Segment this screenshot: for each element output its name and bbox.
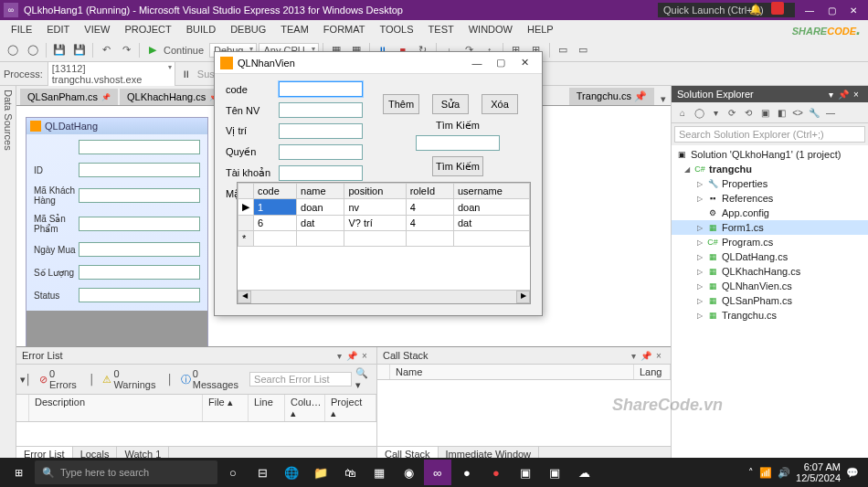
col-description[interactable]: Description bbox=[29, 395, 203, 421]
menu-edit[interactable]: EDIT bbox=[39, 22, 77, 37]
errors-filter[interactable]: ⊘0 Errors bbox=[36, 367, 86, 391]
btn-xoa[interactable]: Xóa bbox=[482, 94, 518, 114]
saveall-button[interactable]: 💾 bbox=[70, 41, 89, 59]
back-icon[interactable]: ◯ bbox=[692, 105, 706, 120]
menu-build[interactable]: BUILD bbox=[179, 22, 223, 37]
input-tennv[interactable] bbox=[279, 102, 363, 118]
errorlist-search[interactable]: Search Error List bbox=[249, 372, 352, 386]
vs-taskbar-icon[interactable]: ∞ bbox=[424, 460, 451, 485]
col-username[interactable]: username bbox=[453, 184, 529, 199]
chrome-icon[interactable]: ◉ bbox=[395, 460, 422, 485]
col-code[interactable]: code bbox=[254, 184, 297, 199]
grid-row[interactable]: ▶ 1 doan nv 4 doan bbox=[238, 199, 530, 216]
process-combo[interactable]: [13112] trangchu.vshost.exe bbox=[48, 61, 175, 87]
messages-filter[interactable]: ⓘ0 Messages bbox=[177, 367, 246, 391]
app-icon6[interactable]: ☁ bbox=[570, 460, 598, 485]
col-column[interactable]: Colu… ▴ bbox=[285, 395, 325, 421]
tab-qlkhachhang[interactable]: QLKhachHang.cs📌 bbox=[120, 89, 226, 105]
minimize-button[interactable]: — bbox=[799, 2, 820, 18]
col-file[interactable]: File ▴ bbox=[203, 395, 249, 421]
data-grid[interactable]: code name position roleId username ▶ 1 d… bbox=[237, 182, 531, 304]
input-masp[interactable] bbox=[79, 217, 200, 231]
continue-icon[interactable]: ▶ bbox=[143, 41, 162, 59]
menu-view[interactable]: VIEW bbox=[77, 22, 117, 37]
redo-button[interactable]: ↷ bbox=[117, 41, 135, 59]
menu-file[interactable]: FILE bbox=[4, 22, 39, 37]
warnings-filter[interactable]: ⚠0 Warnings bbox=[99, 367, 164, 391]
app-icon[interactable]: ▦ bbox=[365, 460, 393, 485]
refresh-icon[interactable]: ⟲ bbox=[741, 105, 756, 120]
menu-window[interactable]: WINDOW bbox=[461, 22, 520, 37]
menu-tools[interactable]: TOOLS bbox=[372, 22, 420, 37]
col-name[interactable]: Name bbox=[390, 365, 634, 379]
search-dropdown-icon[interactable]: 🔍▾ bbox=[355, 367, 373, 391]
node-appconfig[interactable]: App.config bbox=[722, 207, 769, 218]
sln-search-input[interactable]: Search Solution Explorer (Ctrl+;) bbox=[674, 126, 865, 143]
solution-tree[interactable]: ▣Solution 'QLkhoHang1' (1 project) ◢C#tr… bbox=[672, 145, 868, 461]
menu-debug[interactable]: DEBUG bbox=[223, 22, 273, 37]
app-icon3[interactable]: ● bbox=[482, 460, 510, 485]
tray-network-icon[interactable]: 📶 bbox=[759, 467, 772, 479]
btn-icon[interactable]: — bbox=[823, 105, 838, 120]
input-quyen[interactable] bbox=[279, 144, 363, 160]
suspend-icon[interactable]: ⏸ bbox=[177, 65, 196, 83]
dialog-minimize[interactable]: — bbox=[465, 55, 489, 71]
scroll-track[interactable] bbox=[251, 291, 516, 303]
fwd-icon[interactable]: ▾ bbox=[708, 105, 723, 120]
col-name[interactable]: name bbox=[297, 184, 344, 199]
start-button[interactable]: ⊞ bbox=[4, 460, 33, 485]
app-icon2[interactable]: ● bbox=[453, 460, 481, 485]
undo-button[interactable]: ↶ bbox=[97, 41, 115, 59]
node-properties[interactable]: Properties bbox=[722, 178, 767, 189]
collapse-icon[interactable]: ▣ bbox=[757, 105, 772, 120]
pin-icon[interactable]: 📌 bbox=[345, 351, 358, 361]
tray-up-icon[interactable]: ˄ bbox=[748, 467, 754, 479]
menu-help[interactable]: HELP bbox=[520, 22, 561, 37]
preview-icon[interactable]: <> bbox=[790, 105, 805, 120]
grid-row[interactable]: 6 dat V? trí 4 dat bbox=[238, 216, 530, 231]
close-icon[interactable]: × bbox=[850, 90, 863, 100]
edge-icon[interactable]: 🌐 bbox=[278, 460, 305, 485]
pin-icon[interactable]: 📌 bbox=[101, 93, 111, 101]
menu-team[interactable]: TEAM bbox=[273, 22, 316, 37]
node-references[interactable]: References bbox=[722, 193, 773, 204]
filter-dropdown[interactable]: ▾│ bbox=[20, 374, 32, 386]
btn-timkiem[interactable]: Tìm Kiếm bbox=[432, 156, 483, 176]
btn-sua[interactable]: Sửa bbox=[432, 94, 469, 114]
menu-test[interactable]: TEST bbox=[421, 22, 461, 37]
col-lang[interactable]: Lang bbox=[634, 365, 671, 379]
tab-dropdown[interactable]: ▾ bbox=[656, 93, 671, 105]
input-status[interactable] bbox=[79, 288, 200, 302]
dropdown-icon[interactable]: ▾ bbox=[627, 351, 640, 361]
tab-qlsanpham[interactable]: QLSanPham.cs📌 bbox=[20, 89, 118, 105]
col-roleid[interactable]: roleId bbox=[406, 184, 453, 199]
dropdown-icon[interactable]: ▾ bbox=[333, 351, 345, 361]
project-node[interactable]: trangchu bbox=[709, 164, 752, 175]
taskview-icon[interactable]: ⊟ bbox=[249, 460, 276, 485]
cortana-icon[interactable]: ○ bbox=[219, 460, 247, 485]
input-ngaymua[interactable] bbox=[79, 242, 200, 257]
app-icon5[interactable]: ▣ bbox=[541, 460, 568, 485]
taskbar-search[interactable]: 🔍Type here to search bbox=[35, 461, 217, 484]
nav-back-button[interactable]: ◯ bbox=[4, 41, 22, 59]
layout-btn1[interactable]: ▭ bbox=[554, 41, 572, 59]
input-vitri[interactable] bbox=[279, 123, 363, 139]
continue-label[interactable]: Continue bbox=[164, 45, 204, 56]
dialog-close[interactable]: ✕ bbox=[513, 55, 536, 71]
menu-project[interactable]: PROJECT bbox=[117, 22, 178, 37]
pin-icon[interactable]: 📌 bbox=[640, 351, 652, 361]
node-qlkhachhang[interactable]: QLKhachHang.cs bbox=[722, 266, 800, 277]
app-icon4[interactable]: ▣ bbox=[512, 460, 539, 485]
tray-sound-icon[interactable]: 🔊 bbox=[778, 467, 790, 479]
sync-icon[interactable]: ⟳ bbox=[725, 105, 739, 120]
scroll-right[interactable]: ▶ bbox=[516, 291, 530, 303]
home-icon[interactable]: ⌂ bbox=[675, 105, 690, 120]
search-input[interactable] bbox=[416, 135, 500, 151]
close-button[interactable]: ✕ bbox=[842, 2, 864, 18]
node-trangchu[interactable]: Trangchu.cs bbox=[722, 310, 777, 321]
col-project[interactable]: Project ▴ bbox=[325, 395, 376, 421]
col-position[interactable]: position bbox=[344, 184, 406, 199]
node-qldathang[interactable]: QLDatHang.cs bbox=[722, 251, 788, 262]
input-soluong[interactable] bbox=[79, 265, 200, 280]
explorer-icon[interactable]: 📁 bbox=[307, 460, 334, 485]
